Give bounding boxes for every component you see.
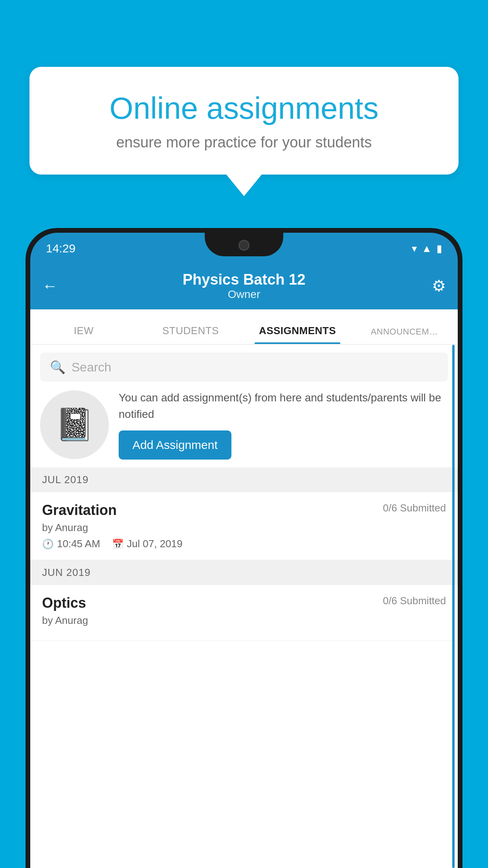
header-title-section: Physics Batch 12 Owner — [183, 271, 306, 301]
tab-students[interactable]: STUDENTS — [137, 325, 244, 344]
wifi-icon: ▾ — [412, 243, 417, 255]
tabs-bar: IEW STUDENTS ASSIGNMENTS ANNOUNCEM… — [30, 309, 458, 345]
assignment-meta-gravitation: 🕐 10:45 AM 📅 Jul 07, 2019 — [42, 538, 446, 550]
assignment-by-optics: by Anurag — [42, 614, 446, 627]
add-assignment-button[interactable]: Add Assignment — [119, 430, 231, 460]
battery-icon: ▮ — [437, 243, 442, 255]
assignment-gravitation[interactable]: Gravitation 0/6 Submitted by Anurag 🕐 10… — [30, 492, 458, 560]
tab-announcements[interactable]: ANNOUNCEM… — [351, 327, 458, 344]
speech-bubble-arrow — [226, 175, 262, 196]
speech-bubble: Online assignments ensure more practice … — [29, 67, 459, 175]
assignment-title-gravitation: Gravitation — [42, 502, 117, 519]
header-subtitle: Owner — [183, 288, 306, 301]
speech-bubble-subtitle: ensure more practice for your students — [57, 134, 431, 151]
clock-icon: 🕐 — [42, 539, 54, 550]
tab-assignments[interactable]: ASSIGNMENTS — [244, 325, 351, 344]
phone-notch — [205, 233, 283, 256]
assignment-by-gravitation: by Anurag — [42, 522, 446, 534]
info-icon-circle: 📓 — [40, 390, 109, 459]
assignment-top-optics: Optics 0/6 Submitted — [42, 595, 446, 611]
info-card: 📓 You can add assignment(s) from here an… — [40, 390, 448, 460]
search-bar[interactable]: 🔍 Search — [40, 353, 448, 382]
assignment-optics[interactable]: Optics 0/6 Submitted by Anurag — [30, 585, 458, 641]
assignment-title-optics: Optics — [42, 595, 86, 611]
signal-icon: ▲ — [422, 243, 432, 255]
assignment-submitted-optics: 0/6 Submitted — [383, 595, 446, 607]
assignment-submitted-gravitation: 0/6 Submitted — [383, 502, 446, 514]
section-jun-2019: JUN 2019 — [30, 560, 458, 585]
assignment-top: Gravitation 0/6 Submitted — [42, 502, 446, 519]
speech-bubble-wrapper: Online assignments ensure more practice … — [29, 67, 459, 196]
phone-frame: 14:29 ▾ ▲ ▮ ← Physics Batch 12 Owner ⚙ I… — [26, 228, 462, 868]
settings-button[interactable]: ⚙ — [432, 277, 446, 295]
info-right: You can add assignment(s) from here and … — [119, 390, 448, 460]
section-jul-2019: JUL 2019 — [30, 467, 458, 492]
calendar-icon: 📅 — [112, 539, 124, 550]
back-button[interactable]: ← — [42, 277, 58, 295]
assignment-time: 🕐 10:45 AM — [42, 538, 100, 550]
search-placeholder: Search — [72, 360, 111, 375]
speech-bubble-title: Online assignments — [57, 90, 431, 126]
info-text: You can add assignment(s) from here and … — [119, 390, 448, 423]
status-icons: ▾ ▲ ▮ — [412, 241, 442, 255]
phone-inner: 14:29 ▾ ▲ ▮ ← Physics Batch 12 Owner ⚙ I… — [30, 233, 458, 868]
tab-iew[interactable]: IEW — [30, 325, 137, 344]
app-header: ← Physics Batch 12 Owner ⚙ — [30, 262, 458, 309]
search-icon: 🔍 — [50, 360, 66, 375]
camera — [238, 240, 250, 251]
header-title: Physics Batch 12 — [183, 271, 306, 288]
phone-screen: 🔍 Search 📓 You can add assignment(s) fro… — [30, 345, 458, 868]
assignment-date: 📅 Jul 07, 2019 — [112, 538, 183, 550]
notebook-icon: 📓 — [55, 406, 94, 443]
scroll-indicator — [452, 345, 455, 868]
